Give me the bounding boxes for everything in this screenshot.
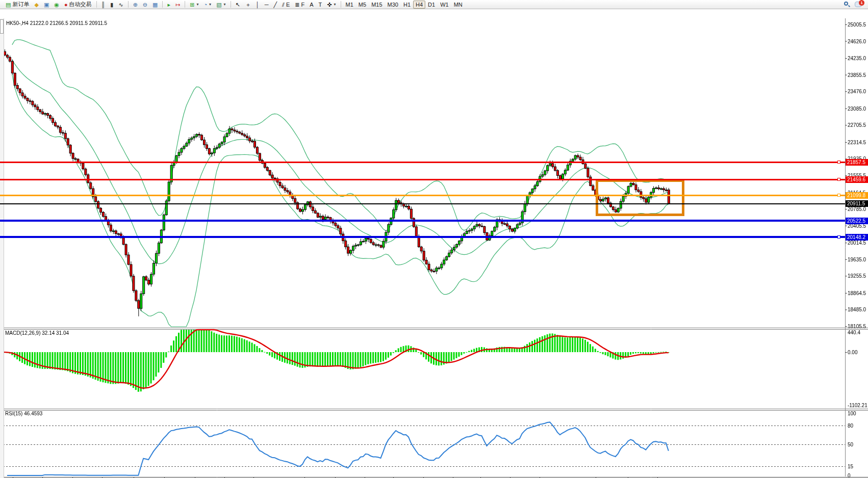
support-line-1[interactable]: [0, 220, 845, 222]
resistance-line-1[interactable]: [0, 162, 845, 163]
timeframe-button-mn[interactable]: MN: [451, 1, 465, 9]
rsi-axis-tick: 0: [848, 473, 851, 478]
support-line-2-handle[interactable]: [837, 235, 840, 238]
zoom-out-button-glyph: ⊖: [143, 1, 147, 8]
indicators-dropdown-glyph: ⊞: [190, 1, 194, 8]
text-tool[interactable]: A: [307, 1, 316, 9]
autotrading-button-glyph: ●: [64, 1, 68, 8]
channel-tool-label: E: [286, 2, 290, 8]
timeframe-button-m30[interactable]: M30: [385, 1, 401, 9]
timeframe-button-m15[interactable]: M15: [369, 1, 385, 9]
resistance-line-2[interactable]: [0, 179, 845, 180]
support-line-1-price-tag: 20522.5: [846, 218, 868, 224]
crosshair-tool[interactable]: ＋: [243, 1, 253, 9]
arrows-dropdown[interactable]: ✜▾: [324, 1, 338, 9]
price-axis-tick: 19635.0: [848, 257, 866, 262]
cursor-tool[interactable]: ↖: [233, 1, 243, 9]
rsi-axis-tick: 80: [848, 423, 853, 429]
terminal-window-icon[interactable]: ▣: [41, 1, 52, 9]
timeframe-toolbar: M1M5M15M30H1H4D1W1MN: [343, 1, 465, 9]
price-axis-tick: 25005.5: [848, 22, 866, 28]
price-axis-tick: 18485.0: [848, 307, 866, 312]
support-line-2[interactable]: [0, 236, 845, 238]
rsi-axis-tick: 15: [848, 464, 853, 469]
resistance-line-2-handle[interactable]: [837, 178, 840, 181]
tile-windows-icon[interactable]: ▦: [150, 1, 160, 9]
macd-indicator-label: MACD(12,26,9) 32.14 31.04: [5, 330, 69, 336]
candlestick-chart-icon[interactable]: ▮: [108, 1, 116, 9]
autotrading-button[interactable]: ●自动交易: [62, 1, 94, 9]
main-toolbar: ▤新订单◆▣◉●自动交易║▮∿⊕⊖▦▸↦⊞▾◔▾▧▾↖＋│─╱⫽E≣FAT✜▾ …: [0, 0, 868, 9]
pivot-line[interactable]: [0, 195, 845, 196]
price-axis-tick: 22705.5: [848, 122, 866, 128]
channel-tool[interactable]: ⫽E: [279, 1, 292, 9]
dropdown-caret-icon: ▾: [224, 2, 226, 7]
tile-windows-icon-glyph: ▦: [152, 1, 158, 8]
resistance-line-1-handle[interactable]: [837, 161, 840, 164]
zoom-out-button[interactable]: ⊖: [140, 1, 150, 9]
auto-scroll-button[interactable]: ▸: [165, 1, 173, 9]
timeframe-button-m1[interactable]: M1: [343, 1, 356, 9]
resistance-line-2-price-tag: 21459.6: [846, 176, 868, 183]
crosshair-tool-glyph: ＋: [245, 1, 251, 8]
macd-axis-tick: 440.4: [848, 330, 860, 335]
periods-dropdown[interactable]: ◔▾: [201, 1, 214, 9]
arrows-dropdown-glyph: ✜: [327, 1, 331, 8]
zoom-in-button[interactable]: ⊕: [131, 1, 140, 9]
vertical-line-tool[interactable]: │: [253, 1, 262, 9]
timeframe-button-w1[interactable]: W1: [438, 1, 451, 9]
periods-dropdown-glyph: ◔: [203, 1, 207, 8]
pivot-line-handle[interactable]: [837, 194, 840, 197]
left-panel-tab[interactable]: [0, 19, 4, 34]
bar-chart-icon-glyph: ║: [101, 1, 106, 8]
dropdown-caret-icon: ▾: [209, 2, 211, 7]
candlestick-chart-icon-glyph: ▮: [110, 1, 113, 8]
chart-shift-button-glyph: ↦: [175, 1, 180, 8]
toolbar-right: 1: [844, 2, 865, 7]
chart-canvas[interactable]: [0, 9, 868, 478]
trendline-tool[interactable]: ╱: [271, 1, 279, 9]
metaeditor-icon-glyph: ◆: [34, 1, 38, 8]
dropdown-caret-icon: ▾: [196, 2, 198, 7]
trendline-tool-glyph: ╱: [273, 1, 277, 8]
price-axis-tick: 23476.0: [848, 89, 866, 94]
text-label-tool-glyph: T: [319, 1, 322, 8]
text-tool-glyph: A: [310, 1, 313, 8]
macd-axis-tick: -1102.21: [848, 403, 867, 408]
line-chart-icon[interactable]: ∿: [116, 1, 125, 9]
fibonacci-tool-label: F: [301, 2, 305, 8]
search-handle: [848, 5, 850, 7]
fibonacci-tool-glyph: ≣: [295, 1, 299, 8]
fibonacci-tool[interactable]: ≣F: [292, 1, 307, 9]
rsi-axis-tick: 100: [848, 411, 856, 416]
templates-dropdown-glyph: ▧: [216, 1, 221, 8]
chart-shift-button[interactable]: ↦: [173, 1, 183, 9]
consolidation-rectangle[interactable]: [596, 179, 684, 216]
horizontal-line-tool[interactable]: ─: [262, 1, 271, 9]
indicators-dropdown[interactable]: ⊞▾: [187, 1, 201, 9]
timeframe-button-h1[interactable]: H1: [401, 1, 413, 9]
text-label-tool[interactable]: T: [316, 1, 325, 9]
rsi-axis-tick: 50: [848, 442, 853, 447]
price-axis-tick: 20785.0: [848, 206, 866, 212]
templates-dropdown[interactable]: ▧▾: [214, 1, 228, 9]
metaeditor-icon[interactable]: ◆: [32, 1, 41, 9]
zoom-in-button-glyph: ⊕: [133, 1, 138, 8]
toolbar-separator: [162, 1, 163, 8]
timeframe-button-d1[interactable]: D1: [425, 1, 438, 9]
macd-axis-tick: 0.00: [848, 350, 857, 355]
bar-chart-icon[interactable]: ║: [99, 1, 108, 9]
signals-icon[interactable]: ◉: [52, 1, 62, 9]
timeframe-button-h4[interactable]: H4: [413, 1, 425, 9]
pivot-line-price-tag: 21099.8: [846, 192, 868, 199]
new-order-button[interactable]: ▤新订单: [3, 1, 32, 9]
price-axis-tick: 18105.5: [848, 324, 866, 329]
terminal-window-icon-glyph: ▣: [44, 1, 49, 8]
chart-window: HK50-,H4 21222.0 21266.5 20911.5 20911.5…: [0, 9, 868, 478]
chat-icon[interactable]: 1: [855, 2, 862, 7]
symbol-ohlc-readout: HK50-,H4 21222.0 21266.5 20911.5 20911.5: [6, 20, 107, 26]
auto-scroll-button-glyph: ▸: [167, 1, 170, 8]
timeframe-button-m5[interactable]: M5: [356, 1, 369, 9]
line-chart-icon-glyph: ∿: [118, 1, 123, 8]
search-icon[interactable]: [844, 2, 850, 7]
